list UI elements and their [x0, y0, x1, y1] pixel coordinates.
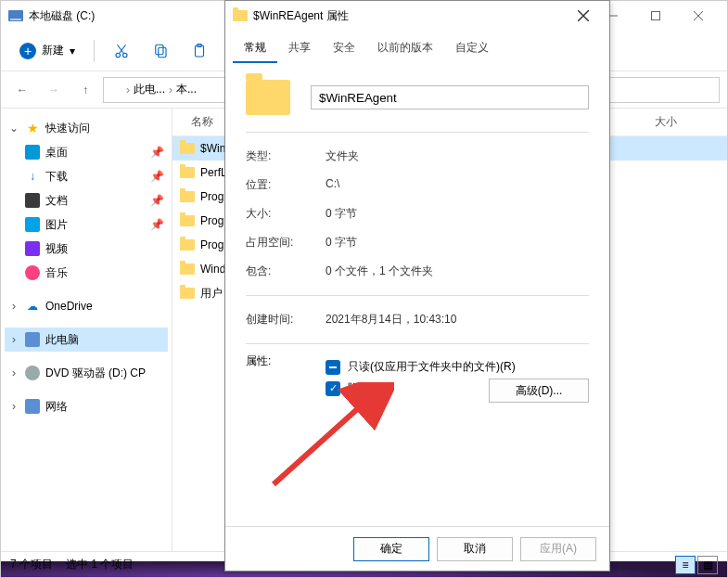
location-value: C:\: [326, 177, 589, 193]
ok-button[interactable]: 确定: [353, 537, 429, 561]
tab-share[interactable]: 共享: [277, 34, 322, 63]
new-button[interactable]: + 新建 ▾: [10, 39, 84, 63]
maximize-button[interactable]: [634, 2, 677, 30]
location-label: 位置:: [246, 177, 326, 193]
back-button[interactable]: ←: [8, 77, 36, 103]
sidebar-item-videos[interactable]: 视频: [5, 237, 168, 261]
network-icon: [25, 399, 40, 414]
sidebar-item-dvd[interactable]: ›DVD 驱动器 (D:) CP: [5, 361, 168, 385]
pc-icon: [25, 332, 40, 347]
type-value: 文件夹: [326, 148, 589, 164]
contains-value: 0 个文件，1 个文件夹: [326, 263, 589, 279]
close-button[interactable]: [677, 2, 720, 30]
readonly-checkbox[interactable]: [326, 360, 340, 375]
drive-icon: [8, 10, 23, 21]
sidebar-item-onedrive[interactable]: ›☁OneDrive: [5, 294, 168, 318]
type-label: 类型:: [246, 148, 326, 164]
sidebar-item-documents[interactable]: 文档📌: [5, 188, 168, 212]
tab-previous[interactable]: 以前的版本: [366, 34, 444, 63]
new-label: 新建: [42, 43, 64, 58]
sidebar-item-music[interactable]: 音乐: [5, 261, 168, 285]
sidebar-item-network[interactable]: ›网络: [5, 394, 168, 418]
readonly-label: 只读(仅应用于文件夹中的文件)(R): [348, 359, 516, 375]
svg-rect-3: [156, 45, 163, 55]
crumb-seg[interactable]: 本...: [176, 82, 197, 97]
sidebar-item-pictures[interactable]: 图片📌: [5, 212, 168, 237]
contains-label: 包含:: [246, 263, 326, 279]
drive-icon: [109, 85, 122, 95]
sidebar: ⌄★快速访问 桌面📌 ↓下载📌 文档📌 图片📌 视频 音乐 ›☁OneDrive…: [1, 109, 172, 551]
disk-value: 0 字节: [326, 235, 589, 250]
paste-button[interactable]: [182, 36, 217, 66]
chevron-down-icon: ▾: [70, 45, 75, 58]
size-label: 大小:: [246, 206, 326, 222]
pin-icon: 📌: [150, 218, 164, 231]
view-icons-button[interactable]: ▦: [697, 556, 718, 574]
music-icon: [25, 265, 40, 280]
advanced-button[interactable]: 高级(D)...: [489, 379, 589, 403]
sidebar-item-quick[interactable]: ⌄★快速访问: [5, 116, 168, 140]
folder-icon: [233, 10, 248, 21]
col-size[interactable]: 大小: [655, 114, 710, 130]
properties-dialog: $WinREAgent 属性 常规 共享 安全 以前的版本 自定义 类型:文件夹…: [224, 0, 610, 572]
size-value: 0 字节: [326, 206, 589, 222]
tab-custom[interactable]: 自定义: [444, 34, 500, 63]
crumb-seg[interactable]: 此电...: [134, 82, 165, 97]
svg-point-1: [116, 53, 121, 58]
hidden-label: 隐藏(H): [348, 380, 386, 396]
forward-button[interactable]: →: [40, 77, 68, 103]
folder-icon: [180, 143, 195, 154]
pin-icon: 📌: [150, 194, 164, 207]
cloud-icon: ☁: [25, 299, 40, 314]
created-label: 创建时间:: [246, 312, 326, 328]
apply-button[interactable]: 应用(A): [520, 537, 596, 561]
picture-icon: [25, 217, 40, 232]
up-button[interactable]: ↑: [71, 77, 99, 103]
video-icon: [25, 241, 40, 256]
folder-icon: [180, 215, 195, 226]
sidebar-item-downloads[interactable]: ↓下载📌: [5, 164, 168, 188]
tab-general[interactable]: 常规: [233, 34, 277, 63]
close-button[interactable]: [565, 3, 602, 29]
created-value: 2021年8月14日，10:43:10: [326, 312, 589, 328]
sidebar-item-desktop[interactable]: 桌面📌: [5, 140, 168, 164]
copy-button[interactable]: [143, 36, 178, 66]
svg-rect-0: [652, 12, 660, 20]
sidebar-item-thispc[interactable]: ›此电脑: [5, 328, 168, 352]
star-icon: ★: [25, 121, 40, 135]
document-icon: [25, 193, 40, 208]
view-details-button[interactable]: ≡: [675, 556, 696, 574]
svg-rect-4: [159, 47, 166, 58]
disk-label: 占用空间:: [246, 235, 326, 250]
download-icon: ↓: [25, 169, 40, 184]
desktop-icon: [25, 145, 40, 160]
pin-icon: 📌: [150, 170, 164, 183]
cut-button[interactable]: [104, 36, 139, 66]
pin-icon: 📌: [150, 146, 164, 159]
disc-icon: [25, 366, 40, 380]
hidden-checkbox[interactable]: ✓: [326, 381, 340, 396]
plus-icon: +: [19, 43, 36, 59]
folder-name-input[interactable]: [311, 85, 589, 109]
dialog-titlebar: $WinREAgent 属性: [225, 1, 609, 31]
tab-security[interactable]: 安全: [322, 34, 366, 63]
folder-icon: [180, 263, 195, 275]
folder-icon: [246, 80, 290, 115]
status-count: 7 个项目: [10, 557, 53, 572]
folder-icon: [180, 191, 195, 202]
tabs: 常规 共享 安全 以前的版本 自定义: [225, 31, 609, 63]
dialog-title: $WinREAgent 属性: [253, 8, 349, 24]
cancel-button[interactable]: 取消: [437, 537, 513, 561]
folder-icon: [180, 288, 195, 299]
status-selected: 选中 1 个项目: [66, 557, 134, 572]
dialog-buttons: 确定 取消 应用(A): [225, 526, 609, 571]
file-name: 用户: [200, 286, 223, 302]
folder-icon: [180, 167, 195, 178]
folder-icon: [180, 239, 195, 250]
attr-label: 属性:: [246, 353, 326, 402]
svg-point-2: [123, 53, 128, 58]
